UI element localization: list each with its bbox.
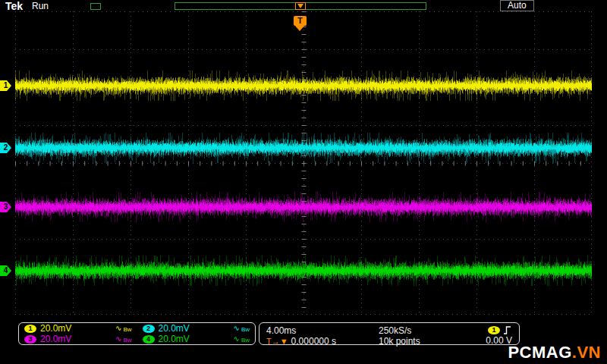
- trigger-slope-rising-icon: [503, 325, 512, 335]
- timebase-scale: 4.00ms: [266, 325, 379, 336]
- trigger-source-badge: 1: [488, 326, 500, 334]
- watermark-main: PCMAG: [508, 343, 571, 362]
- bandwidth-limit-icon: Bw: [241, 326, 250, 333]
- record-view-bar: [175, 2, 426, 10]
- watermark: PCMAG.VN: [508, 343, 601, 362]
- channel-3-badge: 3: [24, 335, 36, 344]
- record-length: 10k points: [379, 336, 468, 347]
- channel-4-badge: 4: [143, 335, 155, 344]
- channel-3-readout: 3 20.0mV ∿Bw: [19, 334, 137, 344]
- ac-coupling-icon: ∿: [115, 324, 121, 332]
- trigger-position-arrow-icon: [295, 26, 304, 31]
- channel-1-coupling-icons: ∿Bw: [115, 324, 132, 333]
- channel-3-coupling-icons: ∿Bw: [115, 334, 132, 344]
- channel-2-reference-tag: 2: [0, 143, 11, 153]
- channel-2-scale: 20.0mV: [159, 323, 190, 334]
- bandwidth-limit-icon: Bw: [123, 337, 131, 344]
- channel-1-readout: 1 20.0mV ∿Bw: [19, 323, 137, 334]
- sample-rate-section: 250kS/s 10k points: [379, 325, 468, 343]
- channel-1-badge: 1: [24, 325, 36, 333]
- bandwidth-limit-icon: Bw: [241, 337, 250, 344]
- sample-rate: 250kS/s: [379, 325, 468, 336]
- channel-3-scale: 20.0mV: [40, 334, 71, 344]
- top-status-bar: Tek Run Auto: [0, 0, 607, 11]
- trigger-position-icon: T→▼: [266, 337, 288, 346]
- trigger-position-marker: T: [294, 16, 307, 26]
- acquisition-status: Run: [32, 1, 49, 11]
- brand-logo: Tek: [5, 0, 23, 12]
- channel-4-reference-tag: 4: [0, 265, 11, 276]
- watermark-accent: .VN: [572, 343, 601, 362]
- ac-coupling-icon: ∿: [233, 324, 239, 332]
- ac-coupling-icon: ∿: [115, 334, 121, 343]
- channel-2-coupling-icons: ∿Bw: [233, 324, 250, 333]
- record-trigger-arrow-icon: [297, 4, 304, 8]
- trigger-source-section: 1 0.00 V: [486, 325, 512, 343]
- acquisition-indicator: [90, 3, 101, 10]
- channel-1-reference-tag: 1: [0, 80, 11, 91]
- channel-1-scale: 20.0mV: [40, 323, 71, 334]
- timebase-section: 4.00ms T→▼ 0.000000 s: [266, 325, 379, 343]
- horizontal-trigger-readout-panel: 4.00ms T→▼ 0.000000 s 250kS/s 10k points…: [259, 322, 520, 345]
- channel-4-scale: 20.0mV: [159, 334, 190, 344]
- trigger-mode-badge: Auto: [500, 0, 534, 11]
- channel-2-badge: 2: [143, 325, 155, 333]
- channel-4-readout: 4 20.0mV ∿Bw: [137, 334, 256, 344]
- bandwidth-limit-icon: Bw: [123, 326, 131, 333]
- channel-3-reference-tag: 3: [0, 202, 11, 212]
- channel-4-coupling-icons: ∿Bw: [233, 334, 250, 344]
- ac-coupling-icon: ∿: [233, 334, 239, 343]
- trigger-time-value: 0.000000 s: [291, 336, 336, 347]
- channel-readout-panel: 1 20.0mV ∿Bw 2 20.0mV ∿Bw 3 20.0mV ∿Bw 4…: [18, 322, 256, 345]
- channel-2-readout: 2 20.0mV ∿Bw: [137, 323, 256, 334]
- waveform-display: [15, 11, 592, 315]
